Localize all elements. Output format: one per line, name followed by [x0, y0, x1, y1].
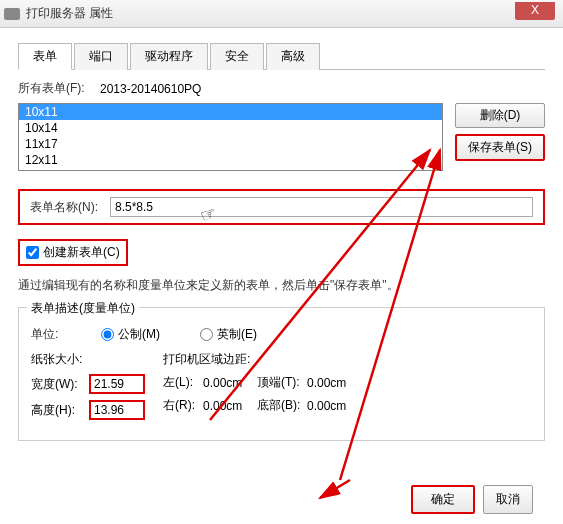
- fieldset-title: 表单描述(度量单位): [27, 300, 139, 317]
- form-description-text: 通过编辑现有的名称和度量单位来定义新的表单，然后单击"保存表单"。: [18, 276, 545, 295]
- radio-metric[interactable]: [101, 328, 114, 341]
- tab-security[interactable]: 安全: [210, 43, 264, 70]
- form-desc-fieldset: 表单描述(度量单位) 单位: 公制(M) 英制(E) 纸张大小: 宽度(W):: [18, 307, 545, 441]
- tab-advanced[interactable]: 高级: [266, 43, 320, 70]
- tab-forms[interactable]: 表单: [18, 43, 72, 70]
- create-new-label: 创建新表单(C): [43, 244, 120, 261]
- paper-size-label: 纸张大小:: [31, 351, 145, 368]
- all-forms-value: 2013-20140610PQ: [100, 82, 201, 96]
- top-value: 0.00cm: [307, 376, 357, 390]
- svg-line-2: [320, 480, 350, 498]
- width-label: 宽度(W):: [31, 376, 85, 393]
- tab-ports[interactable]: 端口: [74, 43, 128, 70]
- form-name-label: 表单名称(N):: [30, 199, 110, 216]
- form-name-row: 表单名称(N):: [18, 189, 545, 225]
- left-label: 左(L):: [163, 374, 199, 391]
- radio-metric-wrap[interactable]: 公制(M): [101, 326, 160, 343]
- list-item[interactable]: 12x11: [19, 152, 442, 168]
- create-new-checkbox-row: 创建新表单(C): [18, 239, 128, 266]
- create-new-checkbox[interactable]: [26, 246, 39, 259]
- radio-imperial[interactable]: [200, 328, 213, 341]
- save-form-button[interactable]: 保存表单(S): [455, 134, 545, 161]
- right-value: 0.00cm: [203, 399, 253, 413]
- width-input[interactable]: [89, 374, 145, 394]
- units-label: 单位:: [31, 326, 101, 343]
- radio-imperial-wrap[interactable]: 英制(E): [200, 326, 257, 343]
- form-name-input[interactable]: [110, 197, 533, 217]
- cancel-button[interactable]: 取消: [483, 485, 533, 514]
- delete-button[interactable]: 删除(D): [455, 103, 545, 128]
- margin-label: 打印机区域边距:: [163, 351, 357, 368]
- forms-listbox[interactable]: 10x11 10x14 11x17 12x11: [18, 103, 443, 171]
- list-item[interactable]: 10x14: [19, 120, 442, 136]
- list-item[interactable]: 11x17: [19, 136, 442, 152]
- printer-icon: [4, 8, 20, 20]
- right-label: 右(R):: [163, 397, 199, 414]
- tab-drivers[interactable]: 驱动程序: [130, 43, 208, 70]
- radio-imperial-label: 英制(E): [217, 326, 257, 343]
- top-label: 顶端(T):: [257, 374, 303, 391]
- bottom-value: 0.00cm: [307, 399, 357, 413]
- ok-button[interactable]: 确定: [411, 485, 475, 514]
- window-title: 打印服务器 属性: [26, 5, 113, 22]
- title-bar: 打印服务器 属性 X: [0, 0, 563, 28]
- tab-bar: 表单 端口 驱动程序 安全 高级: [18, 36, 545, 70]
- bottom-label: 底部(B):: [257, 397, 303, 414]
- height-label: 高度(H):: [31, 402, 85, 419]
- list-item[interactable]: 10x11: [19, 104, 442, 120]
- all-forms-label: 所有表单(F):: [18, 80, 100, 97]
- left-value: 0.00cm: [203, 376, 253, 390]
- radio-metric-label: 公制(M): [118, 326, 160, 343]
- close-button[interactable]: X: [515, 2, 555, 20]
- height-input[interactable]: [89, 400, 145, 420]
